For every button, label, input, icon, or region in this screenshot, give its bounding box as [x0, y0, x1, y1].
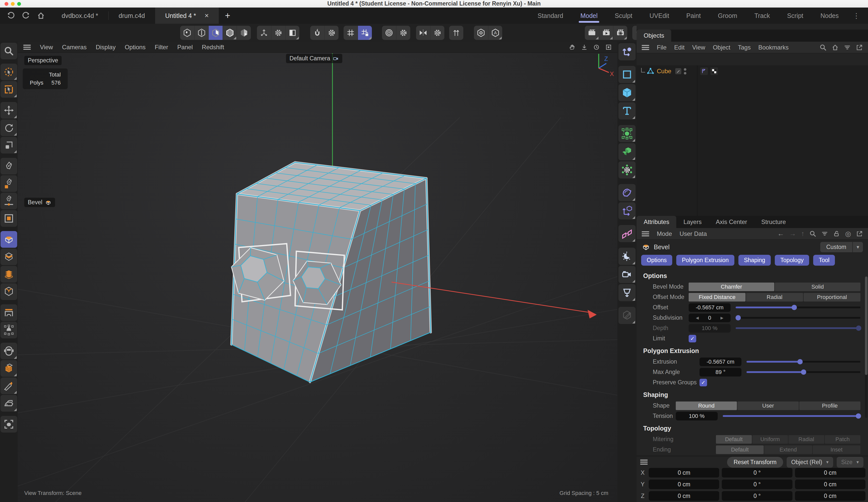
z-position-input[interactable]: 0 cm [649, 491, 719, 501]
vp-menu-options[interactable]: Options [125, 44, 146, 51]
objects-menu-object[interactable]: Object [713, 44, 730, 51]
layout-model[interactable]: Model [572, 8, 606, 24]
simulation-icon[interactable] [618, 161, 636, 179]
nav-back-icon[interactable]: ← [777, 230, 784, 238]
refresh-clock-icon[interactable] [593, 44, 600, 51]
subdivision-stepper[interactable]: ◀ 0 ▶ [689, 314, 731, 322]
max-angle-input[interactable]: 89 ° [700, 368, 742, 377]
primitive-cube-icon[interactable] [618, 84, 636, 101]
objects-menu-bookmarks[interactable]: Bookmarks [758, 44, 789, 51]
stepper-decrement-icon[interactable]: ◀ [696, 316, 699, 320]
objects-menu-edit[interactable]: Edit [674, 44, 685, 51]
pill-polygon-extrusion[interactable]: Polygon Extrusion [676, 255, 734, 266]
track-target-icon[interactable]: ◎ [845, 230, 851, 238]
swap-up-arrows-icon[interactable] [449, 26, 463, 40]
frame-all-icon[interactable] [605, 44, 612, 51]
tab-untitled4-active[interactable]: Untitled 4 * × [155, 8, 219, 24]
extrusion-slider[interactable] [746, 361, 860, 363]
pill-tool[interactable]: Tool [813, 255, 835, 266]
limit-checkbox[interactable]: ✓ [689, 335, 696, 342]
rings-settings-gear-icon[interactable] [396, 26, 410, 40]
option-solid[interactable]: Solid [775, 283, 860, 291]
deformer-icon[interactable] [618, 184, 636, 201]
tab-attributes[interactable]: Attributes [637, 216, 676, 228]
object-row-cube[interactable]: Cube [637, 65, 868, 77]
pill-shaping[interactable]: Shaping [738, 255, 771, 266]
vp-menu-display[interactable]: Display [96, 44, 116, 51]
isolate-dot-icon[interactable] [474, 26, 488, 40]
spline-rectangle-icon[interactable] [618, 66, 636, 83]
subdivision-slider-knob[interactable] [735, 315, 741, 321]
object-tree[interactable]: Cube [637, 65, 868, 216]
option-user[interactable]: User [737, 401, 798, 410]
tension-slider-knob[interactable] [856, 414, 861, 419]
layout-groom[interactable]: Groom [709, 8, 746, 24]
attributes-scrollbar[interactable] [865, 276, 868, 418]
objects-menu-icon[interactable] [642, 45, 649, 50]
chevron-down-icon[interactable]: ▾ [853, 242, 863, 252]
snap-magnet-icon[interactable] [310, 26, 324, 40]
objects-menu-file[interactable]: File [657, 44, 666, 51]
viewport-menu-icon[interactable] [23, 45, 31, 50]
grid-icon[interactable] [343, 26, 358, 40]
annotate-icon[interactable] [618, 307, 636, 324]
visibility-dots[interactable] [684, 68, 686, 74]
layout-standard[interactable]: Standard [529, 8, 572, 24]
extrusion-input[interactable]: -0.5657 cm [700, 357, 742, 366]
layout-script[interactable]: Script [778, 8, 812, 24]
rings-icon[interactable] [382, 26, 396, 40]
x-position-input[interactable]: 0 cm [649, 468, 719, 478]
y-position-input[interactable]: 0 cm [649, 480, 719, 489]
search-icon[interactable] [819, 44, 827, 51]
model-mode-icon[interactable] [223, 26, 237, 40]
edge-pen-icon[interactable] [0, 193, 17, 209]
scale-icon[interactable] [0, 137, 17, 154]
y-rotation-input[interactable]: 0 ° [722, 480, 792, 489]
layout-track[interactable]: Track [746, 8, 778, 24]
option-profile[interactable]: Profile [799, 401, 860, 410]
extrude-icon[interactable] [0, 249, 17, 265]
tab-axis-center[interactable]: Axis Center [709, 216, 754, 228]
workplane-icon[interactable] [285, 26, 299, 40]
lock-icon[interactable] [833, 230, 840, 237]
scrollbar-thumb[interactable] [865, 276, 868, 375]
preserve-groups-checkbox[interactable]: ✓ [700, 379, 707, 386]
offset-slider[interactable] [736, 306, 860, 308]
vp-menu-redshift[interactable]: Redshift [202, 44, 224, 51]
x-rotation-input[interactable]: 0 ° [722, 468, 792, 478]
filter-icon[interactable] [821, 230, 828, 237]
vp-menu-cameras[interactable]: Cameras [62, 44, 87, 51]
minimize-window-button[interactable] [11, 2, 15, 6]
axis-modify-icon[interactable] [257, 26, 271, 40]
texture-mode-icon[interactable] [237, 26, 251, 40]
layout-uvedit[interactable]: UVEdit [641, 8, 678, 24]
attributes-menu-userdata[interactable]: User Data [680, 230, 707, 237]
option-proportional[interactable]: Proportional [804, 293, 860, 302]
search-icon[interactable] [809, 230, 816, 237]
snap-settings-gear-icon[interactable] [324, 26, 339, 40]
text-object-icon[interactable] [618, 102, 636, 119]
spotlight-icon[interactable] [0, 416, 17, 432]
max-angle-slider[interactable] [746, 371, 860, 373]
quantize-lock-icon[interactable] [358, 26, 372, 40]
offset-slider-knob[interactable] [792, 305, 797, 310]
points-mode-icon[interactable] [180, 26, 194, 40]
nav-up-icon[interactable]: ↑ [801, 230, 805, 238]
y-size-input[interactable]: 0 cm [795, 480, 866, 489]
camera-label[interactable]: Default Camera [286, 54, 342, 63]
close-tab-icon[interactable]: × [205, 12, 209, 20]
option-round[interactable]: Round [676, 401, 737, 410]
live-selection-icon[interactable] [0, 64, 17, 80]
offset-input[interactable]: -0.5657 cm [689, 303, 731, 312]
transform-mode-dropdown[interactable]: Object (Rel) ▾ [787, 457, 833, 468]
x-size-input[interactable]: 0 cm [795, 468, 866, 478]
coordinates-menu-icon[interactable] [640, 460, 648, 464]
extrusion-slider-knob[interactable] [797, 359, 803, 364]
symmetry-settings-gear-icon[interactable] [430, 26, 444, 40]
bevel-tool-icon[interactable] [0, 231, 17, 248]
vp-menu-view[interactable]: View [40, 44, 53, 51]
pen-icon[interactable] [0, 158, 17, 175]
volume-icon[interactable] [618, 143, 636, 160]
nav-forward-icon[interactable]: → [789, 230, 796, 238]
tab-drum[interactable]: drum.c4d [108, 8, 155, 24]
